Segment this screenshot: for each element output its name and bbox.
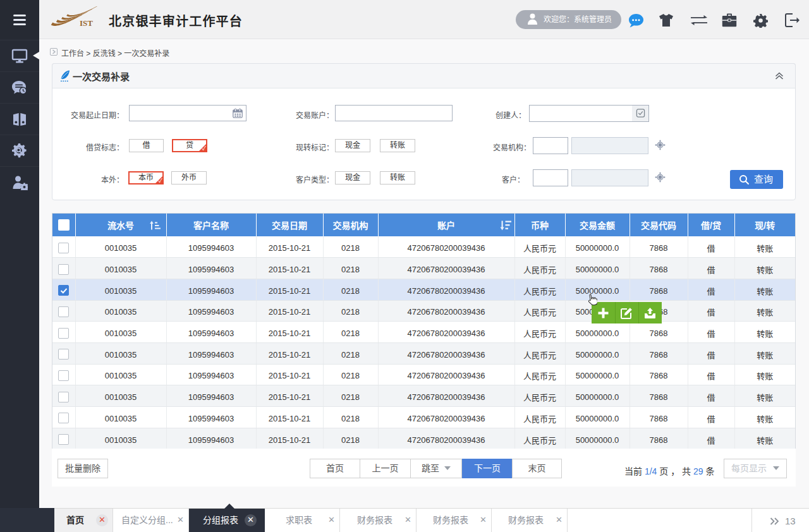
svg-text:IST: IST xyxy=(80,18,93,28)
